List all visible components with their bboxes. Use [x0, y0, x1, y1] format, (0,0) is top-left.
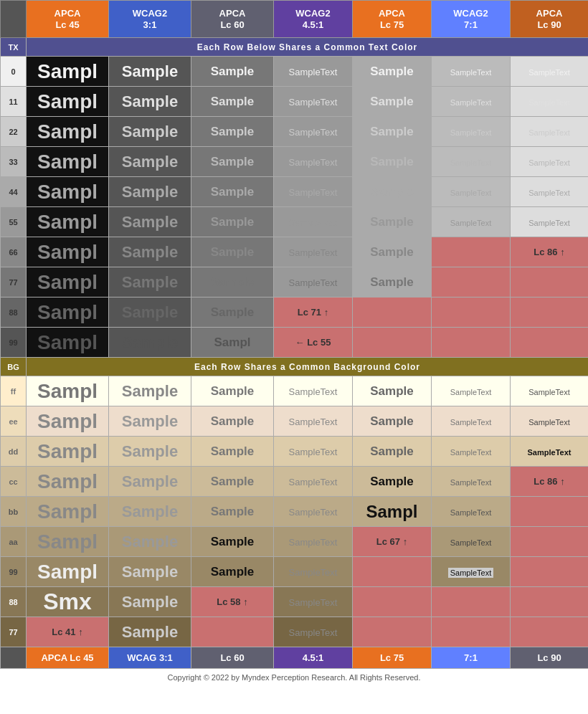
bg-ff-col1: Sampl: [27, 376, 109, 406]
bg-88-col6: [432, 587, 511, 617]
bg-dd-col5: Sample: [353, 437, 432, 467]
tx-row-77-idx: 77: [1, 267, 27, 298]
tx-0-col3: Sample: [191, 57, 274, 87]
bg-ff-col5: Sample: [353, 376, 432, 406]
tx-22-col3: Sample: [191, 117, 274, 147]
bg-88-col3: Lc 58 ↑: [191, 587, 274, 617]
bg-ff-col6: SampleText: [432, 376, 511, 406]
bg-dd-col3: Sample: [191, 437, 274, 467]
bg-88-col7: [511, 587, 589, 617]
bg-99-col6: SampleText: [432, 557, 511, 587]
tx-section-header: Each Row Below Shares a Common Text Colo…: [27, 38, 589, 57]
header-apca45: APCALc 45: [27, 1, 109, 38]
bg-cc-col6: SampleText: [432, 467, 511, 497]
tx-row-66-idx: 66: [1, 237, 27, 267]
header-apca60: APCALc 60: [191, 1, 274, 38]
bg-label: BG: [1, 358, 27, 376]
tx-33-col5: Sample: [353, 147, 432, 177]
bg-aa-col5: Lc 67 ↑: [353, 527, 432, 557]
tx-99-col4: ← Lc 55: [274, 328, 353, 358]
tx-88-col5: [353, 298, 432, 328]
tx-99-col2: Sample: [109, 328, 191, 358]
tx-11-col4: SampleText: [274, 87, 353, 117]
bg-section-header: Each Row Shares a Common Background Colo…: [27, 358, 589, 376]
bg-row-77-idx: 77: [1, 617, 27, 647]
bg-aa-col1: Sampl: [27, 527, 109, 557]
tx-55-col5: Sample: [353, 207, 432, 237]
bg-99-col5: [353, 557, 432, 587]
bg-bb-col5: Sampl: [353, 497, 432, 527]
bg-cc-col7: Lc 86 ↑: [511, 467, 589, 497]
tx-66-col1: Sampl: [27, 237, 109, 267]
bg-dd-col2: Sample: [109, 437, 191, 467]
bg-cc-col4: SampleText: [274, 467, 353, 497]
bg-cc-col2: Sample: [109, 467, 191, 497]
bg-ff-col2: Sample: [109, 376, 191, 406]
tx-0-col6: SampleText: [432, 57, 511, 87]
tx-33-col1: Sampl: [27, 147, 109, 177]
tx-44-col7: SampleText: [511, 177, 589, 207]
tx-33-col4: SampleText: [274, 147, 353, 177]
main-container: APCALc 45 WCAG23:1 APCALc 60 WCAG24.5:1 …: [0, 0, 588, 685]
tx-66-col2: Sample: [109, 237, 191, 267]
bg-aa-col6: SampleText: [432, 527, 511, 557]
header-apca75: APCALc 75: [353, 1, 432, 38]
bg-ee-col1: Sampl: [27, 406, 109, 437]
footer-lc75: Lc 75: [353, 647, 432, 669]
footer-wcag31: WCAG 3:1: [109, 647, 191, 669]
tx-55-col1: Sampl: [27, 207, 109, 237]
tx-label: TX: [1, 38, 27, 57]
tx-11-col6: SampleText: [432, 87, 511, 117]
tx-row-11-idx: 11: [1, 87, 27, 117]
tx-44-col3: Sample: [191, 177, 274, 207]
tx-44-col5: Sample: [353, 177, 432, 207]
tx-11-col3: Sample: [191, 87, 274, 117]
tx-11-col2: Sample: [109, 87, 191, 117]
tx-22-col2: Sample: [109, 117, 191, 147]
bg-ee-col7: SampleText: [511, 406, 589, 437]
tx-88-col2: Sample: [109, 298, 191, 328]
tx-77-col2: Sample: [109, 267, 191, 298]
tx-row-88-idx: 88: [1, 298, 27, 328]
bg-ff-col4: SampleText: [274, 376, 353, 406]
bg-row-ff-idx: ff: [1, 376, 27, 406]
bg-dd-col6: SampleText: [432, 437, 511, 467]
bg-row-88-idx: 88: [1, 587, 27, 617]
tx-33-col3: Sample: [191, 147, 274, 177]
bg-77-col6: [432, 617, 511, 647]
bg-77-col5: [353, 617, 432, 647]
tx-77-col5: Sample: [353, 267, 432, 298]
tx-55-col2: Sample: [109, 207, 191, 237]
header-apca90: APCALc 90: [511, 1, 589, 38]
bg-ff-col3: Sample: [191, 376, 274, 406]
tx-66-col5: Sample: [353, 237, 432, 267]
tx-88-col4: Lc 71 ↑: [274, 298, 353, 328]
bg-99-col1: Sampl: [27, 557, 109, 587]
footer-apca45: APCA Lc 45: [27, 647, 109, 669]
tx-0-col1: Sampl: [27, 57, 109, 87]
tx-11-col1: Sampl: [27, 87, 109, 117]
tx-44-col4: SampleText: [274, 177, 353, 207]
tx-99-col6: [432, 328, 511, 358]
bg-row-dd-idx: dd: [1, 437, 27, 467]
tx-33-col6: SampleText: [432, 147, 511, 177]
bg-cc-col5: Sample: [353, 467, 432, 497]
tx-99-col3: Sampl: [191, 328, 274, 358]
tx-55-col3: Sample: [191, 207, 274, 237]
tx-55-col6: SampleText: [432, 207, 511, 237]
bg-aa-col4: SampleText: [274, 527, 353, 557]
bg-77-col3: [191, 617, 274, 647]
tx-row-99-idx: 99: [1, 328, 27, 358]
bg-dd-col1: Sampl: [27, 437, 109, 467]
tx-22-col6: SampleText: [432, 117, 511, 147]
tx-99-col7: [511, 328, 589, 358]
tx-66-col6: [432, 237, 511, 267]
bg-88-col5: [353, 587, 432, 617]
bg-ee-col2: Sample: [109, 406, 191, 437]
tx-row-0-idx: 0: [1, 57, 27, 87]
bg-bb-col1: Sampl: [27, 497, 109, 527]
bg-aa-col2: Sample: [109, 527, 191, 557]
tx-0-col7: SampleText: [511, 57, 589, 87]
tx-44-col2: Sample: [109, 177, 191, 207]
tx-88-col1: Sampl: [27, 298, 109, 328]
